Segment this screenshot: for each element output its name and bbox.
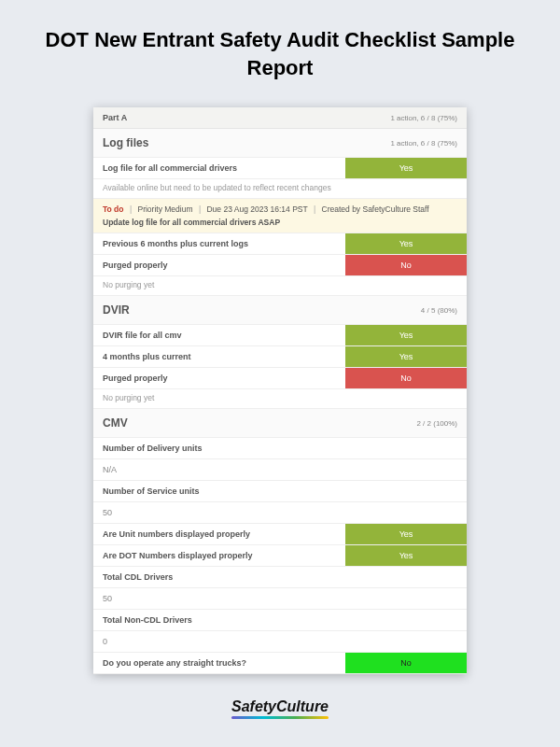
todo-meta: To do | Priority Medium | Due 23 Aug 202…	[103, 204, 457, 214]
dvir-four-label: 4 months plus current	[93, 346, 345, 367]
service-units-label: Number of Service units	[93, 481, 467, 502]
cdl-value: 50	[93, 588, 467, 610]
straight-trucks-label: Do you operate any straight trucks?	[93, 653, 345, 673]
dvir-file-label: DVIR file for all cmv	[93, 325, 345, 345]
delivery-units-value: N/A	[93, 459, 467, 481]
dvir-four-badge: Yes	[345, 346, 467, 367]
dot-nums-label: Are DOT Numbers displayed properly	[93, 545, 345, 566]
section-part-a: Part A 1 action, 6 / 8 (75%)	[93, 107, 467, 129]
row-prev-6: Previous 6 months plus current logs Yes	[93, 233, 467, 255]
row-dvir-purged: Purged properly No	[93, 368, 467, 389]
dvir-file-badge: Yes	[345, 325, 467, 345]
subheader-log-files: Log files 1 action, 6 / 8 (75%)	[93, 129, 467, 158]
log-file-all-label: Log file for all commercial drivers	[93, 158, 345, 178]
dvir-purged-label: Purged properly	[93, 368, 345, 388]
row-dvir-file: DVIR file for all cmv Yes	[93, 325, 467, 346]
todo-creator: Created by SafetyCulture Staff	[322, 204, 429, 214]
prev-6-label: Previous 6 months plus current logs	[93, 233, 345, 254]
brand-logo: SafetyCulture	[231, 698, 329, 719]
row-dvir-four: 4 months plus current Yes	[93, 346, 467, 368]
todo-priority: Priority Medium	[137, 204, 192, 214]
dot-nums-badge: Yes	[345, 545, 467, 566]
log-files-stats: 1 action, 6 / 8 (75%)	[390, 139, 457, 148]
todo-tag: To do	[103, 204, 124, 214]
row-straight-trucks: Do you operate any straight trucks? No	[93, 653, 467, 674]
log-purged-badge: No	[345, 255, 467, 275]
dvir-purged-note: No purging yet	[93, 389, 467, 409]
dvir-title: DVIR	[103, 303, 130, 317]
report-card: Part A 1 action, 6 / 8 (75%) Log files 1…	[93, 107, 467, 674]
log-purged-label: Purged properly	[93, 255, 345, 275]
subheader-cmv: CMV 2 / 2 (100%)	[93, 409, 467, 438]
log-files-title: Log files	[103, 136, 148, 149]
prev-6-badge: Yes	[345, 233, 467, 254]
delivery-units-label: Number of Delivery units	[93, 438, 467, 459]
brand-underline	[231, 716, 329, 719]
cmv-stats: 2 / 2 (100%)	[416, 419, 457, 428]
row-unit-nums: Are Unit numbers displayed properly Yes	[93, 524, 467, 545]
log-purged-note: No purging yet	[93, 276, 467, 296]
row-log-purged: Purged properly No	[93, 255, 467, 276]
service-units-value: 50	[93, 502, 467, 524]
log-file-note: Available online but need to be updated …	[93, 179, 467, 199]
todo-task: Update log file for all commercial drive…	[103, 218, 457, 227]
todo-block: To do | Priority Medium | Due 23 Aug 202…	[93, 199, 467, 233]
todo-sep-1: |	[126, 204, 135, 214]
todo-sep-2: |	[195, 204, 204, 214]
unit-nums-badge: Yes	[345, 524, 467, 544]
non-cdl-label: Total Non-CDL Drivers	[93, 610, 467, 631]
part-a-stats: 1 action, 6 / 8 (75%)	[390, 114, 457, 122]
row-log-file-all: Log file for all commercial drivers Yes	[93, 158, 467, 179]
dvir-stats: 4 / 5 (80%)	[421, 306, 457, 315]
part-a-label: Part A	[103, 113, 127, 122]
row-dot-nums: Are DOT Numbers displayed properly Yes	[93, 545, 467, 567]
non-cdl-value: 0	[93, 631, 467, 653]
unit-nums-label: Are Unit numbers displayed properly	[93, 524, 345, 544]
brand-text: SafetyCulture	[231, 698, 329, 714]
straight-trucks-badge: No	[345, 653, 467, 673]
page-title: DOT New Entrant Safety Audit Checklist S…	[0, 0, 560, 98]
subheader-dvir: DVIR 4 / 5 (80%)	[93, 296, 467, 325]
cdl-label: Total CDL Drivers	[93, 567, 467, 588]
cmv-title: CMV	[103, 416, 128, 430]
log-file-all-badge: Yes	[345, 158, 467, 178]
todo-sep-3: |	[310, 204, 319, 214]
dvir-purged-badge: No	[345, 368, 467, 388]
todo-due: Due 23 Aug 2023 16:14 PST	[206, 204, 307, 214]
